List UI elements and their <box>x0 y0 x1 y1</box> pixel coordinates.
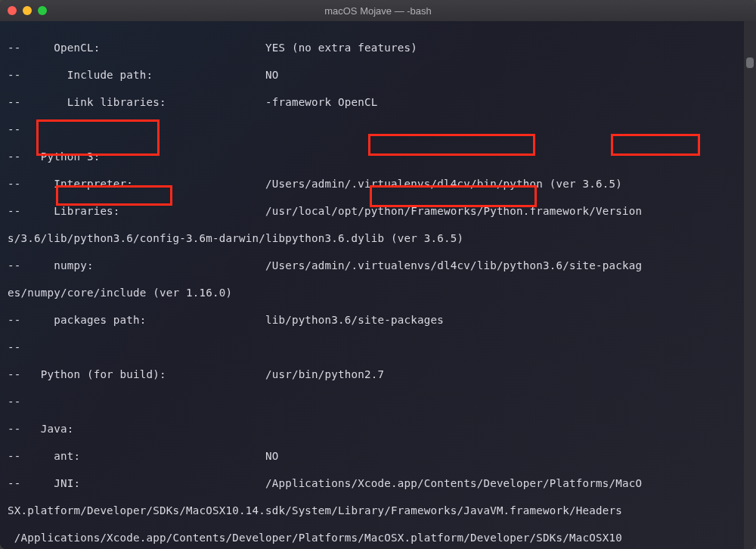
output-line: -- Interpreter: /Users/admin/.virtualenv… <box>8 177 739 191</box>
output-line: es/numpy/core/include (ver 1.16.0) <box>8 286 739 299</box>
output-line: -- <box>8 395 739 408</box>
terminal-output: -- OpenCL: YES (no extra features) -- In… <box>0 21 744 549</box>
output-line: -- ant: NO <box>8 449 739 463</box>
output-line: -- Include path: NO <box>8 68 739 82</box>
output-line: -- OpenCL: YES (no extra features) <box>8 41 739 54</box>
output-line: SX.platform/Developer/SDKs/MacOSX10.14.s… <box>8 504 739 517</box>
output-line: -- Python 3: <box>8 150 739 163</box>
output-line: /Applications/Xcode.app/Contents/Develop… <box>8 531 739 544</box>
output-line: -- numpy: /Users/admin/.virtualenvs/dl4c… <box>8 259 739 272</box>
titlebar: macOS Mojave — -bash <box>0 0 756 21</box>
output-line: -- <box>8 340 739 354</box>
output-line: -- Libraries: /usr/local/opt/python/Fram… <box>8 204 739 218</box>
output-line: s/3.6/lib/python3.6/config-3.6m-darwin/l… <box>8 231 739 245</box>
window-title: macOS Mojave — -bash <box>0 5 756 17</box>
terminal-window: macOS Mojave — -bash -- OpenCL: YES (no … <box>0 0 756 549</box>
scroll-thumb[interactable] <box>746 57 754 68</box>
output-line: -- JNI: /Applications/Xcode.app/Contents… <box>8 476 739 490</box>
output-line: -- Python (for build): /usr/bin/python2.… <box>8 368 739 381</box>
scrollbar[interactable] <box>744 21 756 549</box>
output-line: -- packages path: lib/python3.6/site-pac… <box>8 313 739 327</box>
output-line: -- Link libraries: -framework OpenCL <box>8 95 739 109</box>
output-line: -- Java: <box>8 422 739 436</box>
output-line: -- <box>8 123 739 136</box>
terminal-area[interactable]: -- OpenCL: YES (no extra features) -- In… <box>0 21 756 549</box>
